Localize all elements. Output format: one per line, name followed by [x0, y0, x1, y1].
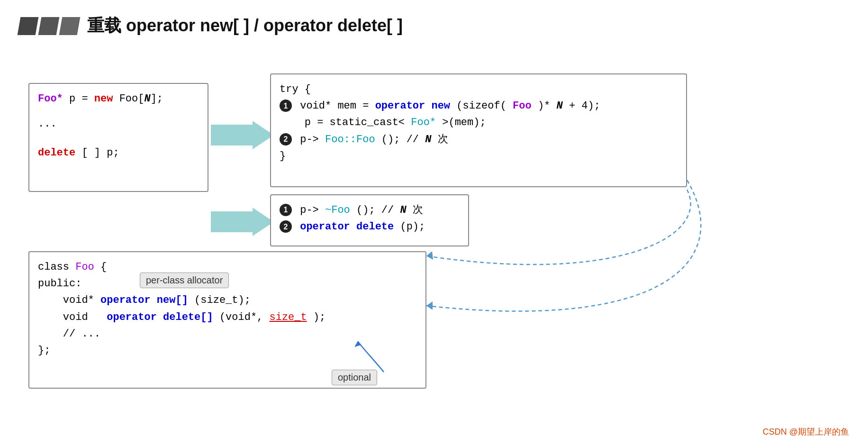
rb-line2: 2 operator delete (p); [280, 218, 460, 235]
rt-line3: p = static_cast< Foo* >(mem); [280, 114, 678, 131]
left-line2: ... [38, 116, 199, 132]
foo-class-name: Foo [75, 261, 94, 273]
op-delete-kw: operator delete [300, 221, 394, 233]
page-title: 重载 operator new[ ] / operator delete[ ] [87, 14, 403, 37]
arrow-tip-2 [426, 301, 433, 310]
bc-line6: }; [38, 342, 417, 359]
bc-line5: // ... [38, 326, 417, 342]
left-line1: Foo* p = new Foo[N]; [38, 91, 199, 107]
rt-line5: } [280, 148, 678, 164]
op-new-arr-kw: operator new[] [100, 294, 188, 306]
bc-line4: void operator delete[] (void*, size_t ); [38, 309, 417, 326]
badge-2: 2 [280, 133, 292, 146]
n-var-2: N [557, 100, 563, 112]
n-var-4: N [400, 204, 406, 216]
op-del-arr-kw: operator delete[] [107, 311, 213, 323]
foo-ctor: Foo::Foo [325, 134, 375, 146]
bottom-class-box: class Foo { public: void* operator new[]… [28, 251, 426, 389]
left-line3: delete [ ] p; [38, 145, 199, 161]
tooltip-allocator: per-class allocator [140, 273, 229, 288]
arrow-to-delete [211, 208, 274, 236]
foo-star-cast: Foo* [411, 117, 436, 128]
bar-2 [38, 17, 60, 35]
arrow-tip-1 [426, 251, 433, 260]
right-bottom-code-box: 1 p-> ~Foo (); // N 次 2 operator delete … [270, 194, 469, 246]
right-top-code-box: try { 1 void* mem = operator new (sizeof… [270, 73, 687, 187]
arrow-body-1 [211, 125, 253, 146]
page: 重载 operator new[ ] / operator delete[ ] … [0, 0, 868, 446]
arrow-body-2 [211, 211, 253, 232]
rt-line4: 2 p-> Foo::Foo (); // N 次 [280, 131, 678, 148]
new-keyword: new [94, 93, 113, 105]
rb-line1: 1 p-> ~Foo (); // N 次 [280, 202, 460, 218]
foo-sizeof: Foo [513, 100, 532, 112]
badge-rb-2: 2 [280, 220, 292, 233]
rt-line1: try { [280, 81, 678, 98]
tooltip-optional: optional [332, 370, 377, 385]
badge-rb-1: 1 [280, 204, 292, 216]
badge-1: 1 [280, 100, 292, 112]
foo-dtor: ~Foo [325, 204, 350, 216]
n-var: N [144, 93, 150, 105]
title-bars [19, 17, 79, 35]
bar-1 [18, 17, 39, 35]
arrow-to-new [211, 121, 274, 149]
foo-star: Foo* [38, 93, 63, 105]
op-new-kw: operator new [375, 100, 450, 112]
delete-keyword: delete [38, 147, 75, 159]
bar-3 [59, 17, 81, 35]
title-area: 重载 operator new[ ] / operator delete[ ] [19, 14, 849, 37]
n-var-3: N [425, 134, 431, 146]
size-t-param: size_t [270, 311, 307, 323]
left-code-box: Foo* p = new Foo[N]; ... delete [ ] p; [28, 83, 208, 192]
bc-line3: void* operator new[] (size_t); [38, 292, 417, 309]
footer: CSDN @期望上岸的鱼 [763, 426, 849, 437]
rt-line2: 1 void* mem = operator new (sizeof( Foo … [280, 98, 678, 114]
